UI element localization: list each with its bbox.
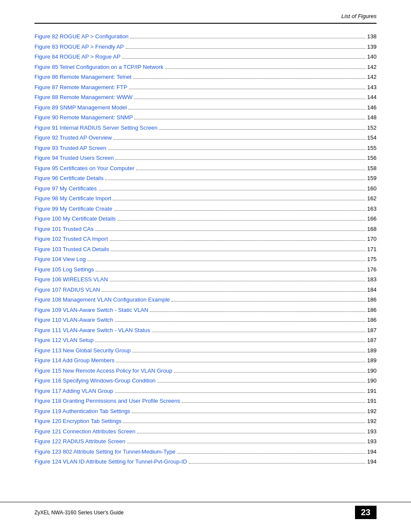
toc-dots	[114, 139, 366, 140]
list-item: Figure 124 VLAN ID Attribute Setting for…	[34, 457, 377, 466]
list-item: Figure 95 Certificates on Your Computer1…	[34, 164, 377, 173]
toc-dots	[152, 332, 366, 332]
list-item: Figure 103 Trusted CA Details171	[34, 245, 377, 254]
toc-link[interactable]: Figure 120 Encryption Tab Settings	[34, 417, 121, 426]
toc-link[interactable]: Figure 119 Authentication Tab Settings	[34, 407, 130, 416]
toc-page: 189	[367, 346, 377, 355]
toc-link[interactable]: Figure 123 802 Attribute Setting for Tun…	[34, 448, 175, 456]
toc-dots	[182, 402, 365, 403]
toc-link[interactable]: Figure 82 ROGUE AP > Configuration	[34, 32, 128, 41]
toc-list: Figure 82 ROGUE AP > Configuration138Fig…	[34, 32, 377, 466]
toc-link[interactable]: Figure 114 Add Group Members	[34, 356, 115, 365]
list-item: Figure 102 Trusted CA Import170	[34, 235, 377, 243]
toc-link[interactable]: Figure 99 My Certificate Create	[34, 205, 112, 213]
list-item: Figure 112 VLAN Setup187	[34, 336, 377, 345]
toc-link[interactable]: Figure 110 VLAN-Aware Switch	[34, 316, 113, 324]
toc-page: 162	[367, 194, 377, 203]
list-item: Figure 109 VLAN-Aware Switch - Static VL…	[34, 306, 377, 314]
toc-dots	[133, 78, 365, 79]
toc-dots	[171, 301, 365, 302]
toc-link[interactable]: Figure 121 Connection Attributes Screen	[34, 427, 135, 436]
toc-link[interactable]: Figure 90 Remote Management: SNMP	[34, 113, 133, 122]
list-item: Figure 120 Encryption Tab Settings192	[34, 417, 377, 426]
list-item: Figure 114 Add Group Members189	[34, 356, 377, 365]
toc-page: 155	[367, 144, 377, 152]
toc-link[interactable]: Figure 118 Granting Permissions and User…	[34, 397, 180, 405]
toc-dots	[174, 372, 365, 373]
toc-dots	[130, 38, 365, 38]
toc-page: 163	[367, 205, 377, 213]
list-item: Figure 85 Telnet Configuration on a TCP/…	[34, 63, 377, 72]
toc-link[interactable]: Figure 91 Internal RADIUS Server Setting…	[34, 124, 157, 132]
toc-dots	[108, 149, 366, 150]
toc-dots	[114, 210, 366, 211]
toc-dots	[189, 463, 365, 464]
toc-page: 192	[367, 417, 377, 426]
list-item: Figure 92 Trusted AP Overview154	[34, 134, 377, 142]
toc-link[interactable]: Figure 111 VLAN-Aware Switch - VLAN Stat…	[34, 326, 150, 335]
toc-link[interactable]: Figure 92 Trusted AP Overview	[34, 134, 112, 142]
list-item: Figure 121 Connection Attributes Screen1…	[34, 427, 377, 436]
toc-link[interactable]: Figure 89 SNMP Management Model	[34, 103, 127, 112]
toc-dots	[110, 281, 366, 281]
toc-dots	[177, 453, 365, 454]
toc-link[interactable]: Figure 108 Management VLAN Configuration…	[34, 296, 170, 304]
toc-page: 140	[367, 53, 377, 61]
toc-link[interactable]: Figure 102 Trusted CA Import	[34, 235, 108, 243]
toc-link[interactable]: Figure 93 Trusted AP Screen	[34, 144, 106, 152]
toc-link[interactable]: Figure 105 Log Settings	[34, 265, 94, 274]
toc-link[interactable]: Figure 109 VLAN-Aware Switch - Static VL…	[34, 306, 148, 314]
toc-link[interactable]: Figure 98 My Certificate Import	[34, 194, 111, 203]
toc-link[interactable]: Figure 85 Telnet Configuration on a TCP/…	[34, 63, 163, 72]
toc-page: 142	[367, 63, 377, 72]
toc-link[interactable]: Figure 112 VLAN Setup	[34, 336, 93, 345]
toc-link[interactable]: Figure 96 Certificate Details	[34, 174, 103, 183]
toc-dots	[126, 48, 366, 49]
toc-link[interactable]: Figure 88 Remote Management: WWW	[34, 93, 133, 102]
toc-link[interactable]: Figure 84 ROGUE AP > Rogue AP	[34, 53, 121, 61]
toc-link[interactable]: Figure 117 Adding VLAN Group	[34, 387, 113, 395]
toc-link[interactable]: Figure 94 Trusted Users Screen	[34, 154, 114, 162]
toc-dots	[115, 321, 366, 322]
toc-link[interactable]: Figure 83 ROGUE AP > Friendly AP	[34, 43, 124, 51]
list-item: Figure 119 Authentication Tab Settings19…	[34, 407, 377, 416]
toc-page: 156	[367, 154, 377, 162]
toc-dots	[110, 240, 366, 241]
toc-link[interactable]: Figure 106 WIRELESS VLAN	[34, 275, 108, 284]
toc-page: 148	[367, 113, 377, 122]
toc-page: 152	[367, 124, 377, 132]
list-item: Figure 97 My Certificates160	[34, 184, 377, 193]
toc-link[interactable]: Figure 115 New Remote Access Policy for …	[34, 367, 172, 375]
toc-link[interactable]: Figure 87 Remote Management: FTP	[34, 83, 127, 92]
list-item: Figure 123 802 Attribute Setting for Tun…	[34, 448, 377, 456]
toc-dots	[159, 129, 365, 130]
toc-link[interactable]: Figure 113 New Global Security Group	[34, 346, 131, 355]
toc-link[interactable]: Figure 103 Trusted CA Details	[34, 245, 109, 254]
toc-link[interactable]: Figure 101 Trusted CAs	[34, 225, 93, 233]
toc-page: 193	[367, 427, 377, 436]
list-item: Figure 100 My Certificate Details166	[34, 215, 377, 223]
toc-dots	[165, 68, 365, 69]
toc-page: 191	[367, 387, 377, 395]
toc-link[interactable]: Figure 107 RADIUS VLAN	[34, 286, 100, 294]
list-item: Figure 87 Remote Management: FTP143	[34, 83, 377, 92]
toc-dots	[115, 159, 365, 160]
toc-dots	[95, 342, 365, 342]
list-item: Figure 94 Trusted Users Screen156	[34, 154, 377, 162]
toc-link[interactable]: Figure 100 My Certificate Details	[34, 215, 116, 223]
toc-page: 190	[367, 376, 377, 385]
toc-link[interactable]: Figure 124 VLAN ID Attribute Setting for…	[34, 457, 187, 466]
list-item: Figure 93 Trusted AP Screen155	[34, 144, 377, 152]
toc-page: 193	[367, 437, 377, 446]
toc-link[interactable]: Figure 95 Certificates on Your Computer	[34, 164, 134, 173]
toc-dots	[134, 99, 366, 99]
toc-link[interactable]: Figure 97 My Certificates	[34, 184, 97, 193]
toc-link[interactable]: Figure 116 Specifying Windows-Group Cond…	[34, 376, 156, 385]
toc-link[interactable]: Figure 86 Remote Management: Telnet	[34, 73, 131, 81]
toc-page: 190	[367, 367, 377, 375]
toc-link[interactable]: Figure 122 RADIUS Attribute Screen	[34, 437, 125, 446]
toc-dots	[96, 271, 365, 271]
toc-page: 166	[367, 215, 377, 223]
toc-link[interactable]: Figure 104 View Log	[34, 255, 86, 264]
toc-page: 139	[367, 43, 377, 51]
